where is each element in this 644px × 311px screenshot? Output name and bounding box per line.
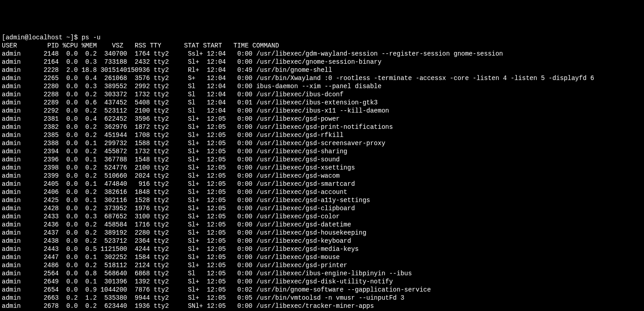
terminal-output[interactable]: [admin@localhost ~]$ ps -u USER PID %CPU… [2, 33, 642, 311]
